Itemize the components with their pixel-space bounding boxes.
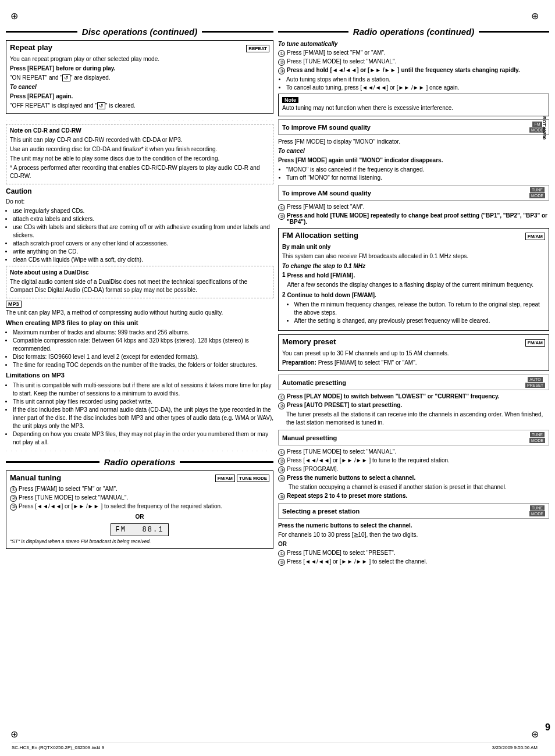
manual-presetting-step5: ⑤ Repeat steps 2 to 4 to preset more sta… xyxy=(278,493,549,500)
auto-tune-note: Note Auto tuning may not function when t… xyxy=(278,94,549,116)
mp3-badge: MP3 xyxy=(6,301,22,308)
improve-fm-box: To improve FM sound quality FM MODE xyxy=(278,119,549,135)
limitations-mp3-item-3: If the disc includes both MP3 and normal… xyxy=(13,406,273,430)
improve-am-badge: TUNE xyxy=(530,187,545,192)
selecting-preset-section: Selecting a preset station TUNE MODE Pre… xyxy=(278,503,549,566)
manual-tuning-box: Manual tuning FM/AM TUNE MODE ① Press [F… xyxy=(6,470,273,550)
caution-item-4: attach scratch-proof covers or any other… xyxy=(13,240,273,248)
note-dualdisc-title: Note about using a DualDisc xyxy=(10,269,269,277)
limitations-mp3-item-2: This unit cannot play files recorded usi… xyxy=(13,398,273,406)
manual-presetting-step4: ④ Press the numeric buttons to select a … xyxy=(278,475,549,482)
note-cdr-item1: This unit can play CD-R and CD-RW record… xyxy=(10,136,269,144)
mp3-desc: The unit can play MP3, a method of compr… xyxy=(6,309,273,317)
manual-presetting-section: Manual presetting TUNE MODE ① Press [TUN… xyxy=(278,430,549,500)
radio-section-title: Radio operations xyxy=(99,457,180,467)
radio-section-header: Radio operations xyxy=(6,457,273,467)
note-cdr-title: Note on CD-R and CD-RW xyxy=(10,127,269,135)
divider-dots-2: · · · · · · · · · · · · · · · · · · · · … xyxy=(6,448,273,454)
caution-title: Caution xyxy=(6,187,273,197)
mp3-section: MP3 The unit can play MP3, a method of c… xyxy=(6,301,273,317)
auto-presetting-section: Automatic presetting AUTO PRESET ① Press… xyxy=(278,375,549,427)
auto-presetting-title: Automatic presetting xyxy=(282,379,346,386)
manual-tuning-or: OR xyxy=(10,513,269,521)
caution-item-6: clean CDs with liquids (Wipe with a soft… xyxy=(13,256,273,264)
manual-tuning-step2: ② Press [TUNE MODE] to select "MANUAL". xyxy=(10,494,269,502)
improve-am-box: To improve AM sound quality TUNE MODE xyxy=(278,185,549,201)
improve-am-title: To improve AM sound quality xyxy=(282,190,371,197)
note-cdr-item2: Use an audio recording disc for CD-DA an… xyxy=(10,145,269,154)
caution-do-not: Do not: xyxy=(6,198,273,206)
footer-file-info: SC-HC3_En (RQTX0250-2P)_032509.indd 9 xyxy=(12,745,104,750)
manual-presetting-sub4: The station occupying a channel is erase… xyxy=(289,483,549,491)
mp3-files-item-2: Compatible compression rate: Between 64 … xyxy=(13,337,273,353)
improve-fm-badge: FM xyxy=(532,122,542,127)
fm-allocation-box: FM Allocation setting FM/AM By main unit… xyxy=(278,228,549,331)
manual-tuning-step3: ③ Press [◄◄/◄◄] or [►► /►► ] to select t… xyxy=(10,503,269,511)
limitations-mp3-list: This unit is compatible with multi-sessi… xyxy=(13,381,273,447)
fm-allocation-step2: 2 Continue to hold down [FM/AM]. When th… xyxy=(282,291,545,327)
repeat-to-cancel: To cancel xyxy=(10,84,37,90)
improve-fm-cancel-bold: Press [FM MODE] again until "MONO" indic… xyxy=(278,157,443,163)
mp3-files-item-3: Disc formats: ISO9660 level 1 and level … xyxy=(13,353,273,361)
auto-tune-note-text: Auto tuning may not function when there … xyxy=(282,104,545,112)
selecting-preset-step2: ② Press [◄◄/◄◄] or [►► /►► ] to select t… xyxy=(278,558,549,566)
repeat-quote2: "OFF REPEAT" is displayed and "↺" is cle… xyxy=(10,102,269,110)
auto-presetting-step1: ① Press [PLAY MODE] to switch between "L… xyxy=(278,393,549,401)
limitations-mp3-title: Limitations on MP3 xyxy=(6,371,273,380)
improve-fm-press: Press [FM MODE] to display "MONO" indica… xyxy=(278,138,549,146)
manual-tuning-badge2: TUNE MODE xyxy=(237,475,269,482)
footer: SC-HC3_En (RQTX0250-2P)_032509.indd 9 3/… xyxy=(12,743,538,750)
auto-tune-step3: ③ Press and hold [◄◄/◄◄] or [►► /►► ] un… xyxy=(278,67,549,74)
caution-item-5: write anything on the CD. xyxy=(13,248,273,256)
radio-cont-section-title: Radio operations (continued) xyxy=(348,27,479,37)
memory-preset-badge: FM/AM xyxy=(525,339,545,347)
auto-tune-title: To tune automatically xyxy=(278,40,549,48)
improve-am-content: ① Press [FM/AM] to select "AM". ② Press … xyxy=(278,204,549,225)
selecting-preset-or: OR xyxy=(278,540,549,548)
page-number: 9 xyxy=(545,722,550,733)
selecting-preset-title: Selecting a preset station xyxy=(282,508,360,515)
fm-allocation-to-change: To change the step to 0.1 MHz xyxy=(282,262,545,270)
manual-presetting-step2: ② Press [◄◄/◄◄] or [►► /►► ] to tune to … xyxy=(278,457,549,465)
disc-section-header: Disc operations (continued) xyxy=(6,27,273,37)
fm-allocation-title: FM Allocation setting xyxy=(282,231,358,240)
manual-presetting-step3: ③ Press [PROGRAM]. xyxy=(278,466,549,473)
limitations-mp3-item-1: This unit is compatible with multi-sessi… xyxy=(13,381,273,398)
selecting-preset-press-num: Press the numeric buttons to select the … xyxy=(278,522,412,529)
auto-tune-section: To tune automatically ① Press [FM/AM] to… xyxy=(278,40,549,116)
radio-cont-section-header: Radio operations (continued) xyxy=(278,27,549,37)
fm-display: FM 88.1 xyxy=(111,523,169,536)
manual-tuning-badge1: FM/AM xyxy=(215,475,235,482)
crosshair-tl: ⊕ xyxy=(10,10,18,22)
disc-section-title: Disc operations (continued) xyxy=(77,27,202,37)
manual-presetting-box: Manual presetting TUNE MODE xyxy=(278,430,549,445)
limitations-mp3-section: Limitations on MP3 This unit is compatib… xyxy=(6,371,273,446)
note-cdr-item4: * A process performed after recording th… xyxy=(10,164,269,180)
auto-presetting-step2: ② Press [AUTO PRESET] to start presettin… xyxy=(278,402,549,409)
improve-fm-to-cancel: To cancel xyxy=(278,147,549,155)
auto-presetting-box: Automatic presetting AUTO PRESET xyxy=(278,375,549,390)
crosshair-bl: ⊕ xyxy=(10,729,18,740)
improve-am-step2: ② Press and hold [TUNE MODE] repeatedly … xyxy=(278,212,549,225)
improve-fm-content: Press [FM MODE] to display "MONO" indica… xyxy=(278,138,549,182)
memory-preset-box: Memory preset FM/AM You can preset up to… xyxy=(278,334,549,371)
auto-presetting-sub2: The tuner presets all the stations it ca… xyxy=(286,411,549,427)
memory-preset-prep: Preparation: Press [FM/AM] to select "FM… xyxy=(282,359,545,367)
memory-preset-desc: You can preset up to 30 FM channels and … xyxy=(282,350,545,358)
note-dualdisc-text: The digital audio content side of a Dual… xyxy=(10,278,269,294)
divider-dots-1: · · · · · · · · · · · · · · · · · · · · … xyxy=(6,117,273,123)
memory-preset-title: Memory preset xyxy=(282,337,336,346)
fm-allocation-desc: This system can also receive FM broadcas… xyxy=(282,252,545,261)
mp3-files-title: When creating MP3 files to play on this … xyxy=(6,319,273,327)
repeat-badge: REPEAT xyxy=(246,45,269,52)
auto-tune-step2: ② Press [TUNE MODE] to select "MANUAL". xyxy=(278,58,549,66)
caution-section: Caution Do not: use irregularly shaped C… xyxy=(6,187,273,264)
mp3-files-section: When creating MP3 files to play on this … xyxy=(6,319,273,369)
manual-presetting-step1: ① Press [TUNE MODE] to select "MANUAL". xyxy=(278,448,549,456)
fm-allocation-step1: 1 Press and hold [FM/AM]. After a few se… xyxy=(282,272,545,290)
manual-tuning-title: Manual tuning xyxy=(10,473,61,482)
fm-allocation-badge: FM/AM xyxy=(525,233,545,240)
repeat-desc: You can repeat program play or other sel… xyxy=(10,55,269,63)
caution-list: use irregularly shaped CDs. attach extra… xyxy=(13,207,273,264)
caution-item-3: use CDs with labels and stickers that ar… xyxy=(13,223,273,240)
